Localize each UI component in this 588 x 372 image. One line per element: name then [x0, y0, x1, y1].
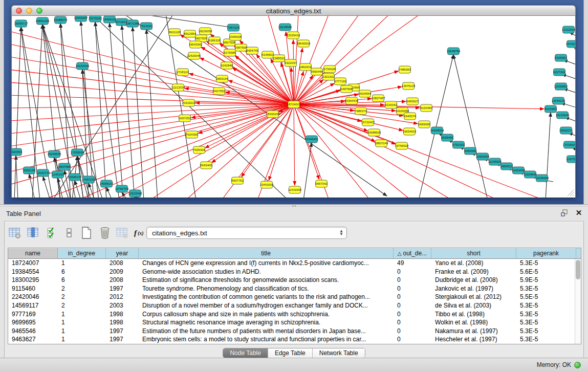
column-header-name[interactable]: name [8, 248, 58, 258]
column-header-out-de-[interactable]: △out_de... [394, 248, 431, 258]
network-node[interactable]: 1862615 [299, 63, 312, 71]
network-node[interactable]: 16409554 [430, 127, 444, 134]
network-node[interactable]: 10653287 [74, 16, 88, 21]
network-node[interactable]: 12042737 [36, 169, 50, 177]
network-node[interactable]: 10807487 [372, 95, 385, 102]
table-row[interactable]: 969969511998Structural magnetic resonanc… [8, 318, 581, 327]
network-node[interactable]: 2620653 [12, 148, 22, 156]
network-node[interactable]: 1167533 [567, 156, 576, 163]
network-node[interactable]: 10688609 [367, 129, 381, 136]
network-node[interactable]: 2803144 [216, 75, 228, 82]
network-node[interactable]: 12444139 [552, 97, 565, 104]
network-node[interactable]: 11431505 [288, 186, 302, 193]
table-row[interactable]: 977716911998Corpus callosum shape and si… [8, 310, 581, 319]
tab-node-table[interactable]: Node Table [223, 348, 268, 358]
network-node[interactable]: 9505135 [23, 167, 35, 174]
network-node[interactable]: 15751074 [566, 40, 576, 48]
network-window[interactable]: citations_edges.txt 18724007860112889129… [11, 5, 576, 198]
table-scrollbar[interactable] [575, 259, 581, 344]
network-node[interactable]: 15488374 [54, 16, 68, 24]
network-node[interactable]: 2649579 [404, 113, 416, 120]
network-node[interactable]: 20153346 [76, 62, 90, 70]
network-node[interactable]: 9466945 [464, 147, 476, 155]
network-node[interactable]: 3624554 [359, 90, 371, 97]
network-node[interactable]: 8912954 [184, 30, 196, 37]
network-node[interactable]: 19055717 [14, 20, 28, 27]
network-node[interactable]: 19218586 [278, 24, 292, 31]
network-node[interactable]: 12505135 [68, 173, 82, 181]
network-node[interactable]: 19671388 [126, 20, 140, 27]
network-node[interactable]: 9322037 [285, 59, 297, 67]
network-node[interactable]: 9267252 [179, 115, 191, 122]
network-node[interactable]: 9329961 [555, 54, 567, 61]
network-node[interactable]: 10962565 [476, 153, 490, 160]
table-row[interactable]: 1456911722003Disruption of a novel membe… [8, 301, 581, 310]
resize-grip-icon[interactable] [568, 190, 574, 196]
network-node[interactable]: 22420046 [187, 52, 201, 59]
network-node[interactable]: 9242848 [221, 62, 233, 69]
network-node[interactable]: 9897588 [58, 163, 71, 170]
network-node[interactable]: 9777169 [334, 78, 346, 85]
network-view[interactable]: 1872400786011288912954182260589827509818… [11, 16, 576, 198]
table-row[interactable]: 2242004622012Investigating the contribut… [8, 293, 581, 301]
rows-button[interactable] [62, 226, 76, 240]
network-node[interactable]: 15720407 [361, 119, 375, 126]
network-node[interactable]: 8427552 [213, 87, 225, 95]
network-node[interactable]: 21919222 [182, 99, 196, 106]
network-node[interactable]: 20206535 [48, 150, 61, 158]
network-node[interactable]: 13325419 [287, 32, 300, 39]
network-node[interactable]: 12213334 [171, 84, 185, 91]
network-node[interactable]: 9146821 [262, 51, 274, 58]
network-node[interactable]: 1145193 [52, 171, 64, 178]
network-node[interactable]: 17359934 [71, 149, 84, 156]
table-row[interactable]: 1830029562008Estimation of significance … [8, 276, 581, 285]
network-node[interactable]: 2967608 [235, 44, 247, 51]
network-node[interactable]: 9990448 [311, 68, 323, 75]
column-header-year[interactable]: year [106, 248, 139, 258]
network-node[interactable]: 14958107 [100, 180, 114, 187]
column-header-title[interactable]: title [139, 248, 394, 258]
network-node[interactable]: 12045450 [535, 174, 549, 182]
table-row[interactable]: 946362711997Embryonic stem cells: a mode… [8, 335, 581, 344]
network-node[interactable]: 18807249 [375, 140, 388, 147]
network-node[interactable]: 16543362 [189, 41, 203, 48]
network-node[interactable]: 1546628 [229, 33, 242, 40]
network-node[interactable]: 9115460 [421, 104, 433, 112]
new-document-button[interactable] [79, 226, 94, 240]
network-node[interactable]: 8215953 [545, 105, 557, 113]
network-node[interactable]: 19756928 [395, 142, 409, 149]
network-node[interactable]: 8186328 [208, 37, 221, 44]
network-node[interactable]: 15345451 [305, 136, 319, 143]
network-node[interactable]: 9175685 [224, 49, 236, 56]
table-settings-button[interactable] [8, 226, 22, 240]
table-row[interactable]: 1938455462009Genome-wide association stu… [8, 268, 581, 276]
network-node[interactable]: 15692071 [559, 127, 573, 134]
network-node[interactable]: 6734028 [323, 65, 336, 73]
network-node[interactable]: 8938455 [441, 134, 453, 141]
network-node[interactable]: 7624360 [186, 131, 198, 138]
tab-edge-table[interactable]: Edge Table [268, 348, 312, 358]
network-node[interactable]: 2718120 [177, 69, 189, 76]
network-node[interactable]: 17957255 [82, 176, 96, 183]
network-node[interactable]: 10441604 [260, 181, 274, 188]
network-node[interactable]: 7957224 [227, 24, 239, 31]
network-node[interactable]: 11245665 [488, 158, 502, 165]
network-node[interactable]: 18640910 [297, 40, 311, 47]
network-node[interactable]: 9463627 [406, 98, 419, 105]
network-node[interactable]: 1921022 [322, 73, 335, 80]
network-node[interactable]: 1588520 [273, 55, 285, 62]
network-node[interactable]: 20364436 [345, 97, 359, 104]
network-node[interactable]: 16782759 [115, 185, 129, 192]
table-row[interactable]: 946554611997Estimation of the future num… [8, 327, 581, 336]
function-builder-button[interactable]: f(x) [133, 226, 147, 240]
network-node[interactable]: 12923468 [128, 190, 142, 197]
memory-status-icon[interactable] [574, 362, 581, 368]
close-panel-icon[interactable]: ✕ [575, 209, 583, 217]
network-node[interactable]: 7513022 [140, 23, 153, 30]
network-node[interactable]: 19654923 [403, 128, 417, 135]
network-node[interactable]: 6497568 [340, 85, 353, 93]
network-node[interactable]: 7486372 [355, 107, 367, 115]
network-node[interactable]: 9699695 [418, 121, 430, 128]
table-selector[interactable]: citations_edges.txt ▲▼ [146, 227, 347, 239]
select-all-check-button[interactable] [45, 226, 59, 240]
